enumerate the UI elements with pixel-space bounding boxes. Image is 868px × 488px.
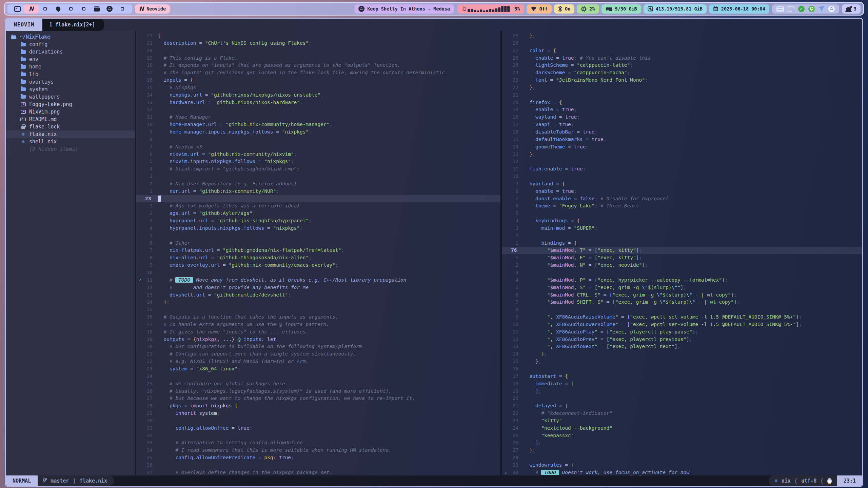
code-line[interactable]: 23 system = "x86_64-linux"; — [136, 365, 500, 373]
workspace-button-empty[interactable] — [64, 4, 77, 14]
tree-item-overlays[interactable]: overlays — [6, 78, 135, 86]
code-line[interactable]: 29 }; — [502, 32, 862, 40]
code-line[interactable]: 27 # but because we want to change the n… — [136, 395, 500, 402]
code-line[interactable]: 8 — [136, 136, 500, 143]
code-line[interactable]: 21 # Configs can support more than a sin… — [136, 350, 500, 358]
code-line[interactable]: 12 — [502, 158, 862, 165]
workspace-button-terminal[interactable] — [11, 4, 24, 14]
code-line[interactable]: 8 — [502, 306, 862, 313]
code-line[interactable]: 21 — [502, 92, 862, 99]
code-line[interactable]: 18 wayland = true; — [502, 114, 862, 121]
code-line[interactable]: 2 ags.url = "github:Aylur/ags"; — [136, 210, 500, 217]
code-line[interactable]: 9 ", XF86AudioRaiseVolume" = ["exec, wpc… — [502, 313, 862, 321]
code-line[interactable]: 6 "$mainMod CTRL, S" = ["exec, grim -g \… — [502, 291, 862, 299]
code-line[interactable]: 33 # Alternative to setting config.allow… — [136, 439, 500, 447]
code-line[interactable]: 21 description = "ChUrl's NixOS config u… — [136, 40, 500, 47]
vpn-tray-icon[interactable] — [818, 6, 825, 12]
tree-item--nixflake[interactable]: ~/NixFlake — [6, 33, 135, 41]
code-line[interactable]: 24 "nextcloud --background" — [502, 425, 862, 432]
code-line[interactable]: 22 # "kdeconnect-indicator" — [502, 410, 862, 417]
code-line[interactable]: 6 # Other — [136, 240, 500, 247]
code-line[interactable]: 10 — [502, 173, 862, 180]
workspace-button-spotify[interactable] — [103, 4, 116, 14]
code-line[interactable]: 17 # The inputs' git revisions get locke… — [136, 69, 500, 77]
code-line[interactable]: 36 — [136, 462, 500, 469]
code-line[interactable]: 19 enable = true; — [502, 106, 862, 114]
code-line[interactable]: 28 — [502, 40, 862, 47]
key-tray-icon[interactable] — [808, 6, 815, 12]
code-line[interactable]: 1 bindings = { — [502, 240, 862, 247]
code-line[interactable]: 7 # NeoVim <3 — [136, 143, 500, 151]
code-line[interactable]: 16 inputs = { — [136, 77, 500, 84]
code-line[interactable]: 28 — [502, 454, 862, 462]
workspace-button-files[interactable] — [90, 4, 103, 14]
code-line[interactable]: 12 ", XF86AudioPrev" = ["exec, playerctl… — [502, 336, 862, 343]
code-line[interactable]: 10 ", XF86AudioLowerVolume" = ["exec, wp… — [502, 321, 862, 328]
code-line[interactable]: 7 "$mainMod SHIFT, S" = ["exec, grim -g … — [502, 299, 862, 306]
spotify-tray-icon[interactable] — [828, 6, 835, 12]
tree-item--9-hidden-items-[interactable]: (9 hidden items) — [6, 145, 135, 153]
code-line[interactable]: 22{ — [136, 32, 500, 40]
code-line[interactable]: 35 config.allowUnfreePredicate = pkg: tr… — [136, 454, 500, 462]
code-line[interactable]: 11 fish.enable = true; — [502, 165, 862, 173]
code-line[interactable]: 14 }; — [136, 299, 500, 306]
code-line[interactable]: 34 # I read somewhere that this is more … — [136, 447, 500, 454]
code-line[interactable]: 28 pkgs = import nixpkgs { — [136, 402, 500, 410]
code-line[interactable]: 8 enable = true; — [502, 188, 862, 195]
code-line[interactable]: 2 # Nix User Repository (e.g. Firefox ad… — [136, 180, 500, 188]
code-line[interactable]: ✓30 # TODO Doesn't work, use focus_on_ac… — [502, 469, 862, 475]
cpu-module[interactable]: 2% — [577, 4, 599, 14]
code-line[interactable]: 4 keybindings = { — [502, 217, 862, 225]
code-line[interactable]: 19 # This config is a Flake. — [136, 55, 500, 62]
code-line[interactable]: 5 — [502, 210, 862, 217]
tree-item-home[interactable]: home — [6, 63, 135, 70]
network-module[interactable]: Off — [527, 4, 552, 14]
tree-item-env[interactable]: env — [6, 56, 135, 63]
tree-item-config[interactable]: config — [6, 41, 135, 48]
tree-item-lib[interactable]: lib — [6, 70, 135, 78]
tree-item-foggy-lake-png[interactable]: Foggy-Lake.png — [6, 101, 135, 108]
code-line[interactable]: 8 nix-alien.url = "github:thiagokokada/n… — [136, 254, 500, 262]
code-line[interactable]: 10 home-manager.url = "github:nix-commun… — [136, 121, 500, 128]
code-line[interactable]: 25 # We configure our global packages he… — [136, 380, 500, 388]
code-line[interactable]: 20 — [502, 395, 862, 402]
code-line[interactable]: 4 "$mainMod, P" = ["exec, hyprpicker --a… — [502, 277, 862, 284]
code-line[interactable]: 20 — [136, 47, 500, 55]
disk-module[interactable]: 413.19/915.81 GiB — [644, 4, 707, 14]
code-line[interactable]: 21 delayed = [ — [502, 402, 862, 410]
code-line[interactable]: 4 hyprpanel.inputs.nixpkgs.follows = "ni… — [136, 225, 500, 232]
tree-item-flake-nix[interactable]: flake.nix — [6, 130, 135, 138]
code-line[interactable]: ✓11 # TODO Move away from devshell, as i… — [136, 277, 500, 284]
notifications-module[interactable]: 3 — [842, 4, 861, 14]
code-line[interactable]: 3 hyprpanel.url = "github:jas-singhfsu/h… — [136, 217, 500, 225]
code-line[interactable]: 2 "$mainMod, N" = ["exec, neovide"]; — [502, 262, 862, 269]
screenshare-tray-icon[interactable] — [788, 6, 794, 12]
tree-item-readme-md[interactable]: README.md — [6, 116, 135, 123]
tree-item-nixvim-png[interactable]: NixVim.png — [6, 108, 135, 116]
code-line[interactable]: 5 "$mainMod, S" = ["exec, grim -g \"$(sl… — [502, 284, 862, 291]
code-line[interactable]: 3 main-mod = "SUPER"; — [502, 225, 862, 232]
code-line[interactable]: 29 inherit system; — [136, 410, 500, 417]
code-line[interactable]: 24 — [136, 373, 500, 380]
code-line[interactable]: 11 ", XF86AudioPlay" = ["exec, playerctl… — [502, 328, 862, 336]
code-line[interactable]: 1 nur.url = "github:nix-community/NUR"; — [136, 188, 500, 195]
code-line[interactable]: 15 — [136, 306, 500, 313]
workspace-button-empty[interactable] — [39, 4, 52, 14]
code-line[interactable]: 15 # Nixpkgs — [136, 84, 500, 92]
code-line[interactable]: 14 nixpkgs.url = "github:nixos/nixpkgs/n… — [136, 92, 500, 99]
code-line[interactable]: 16 — [502, 365, 862, 373]
media-player-module[interactable]: Keep Shelly In Athens - Medusa — [354, 4, 454, 14]
code-line[interactable]: 23 "kitty" — [502, 417, 862, 425]
code-line[interactable]: 26 enable = true; # You can't disable th… — [502, 55, 862, 62]
code-line[interactable]: 9 emacs-overlay.url = "github:nix-commun… — [136, 262, 500, 269]
code-line[interactable]: 3 — [136, 173, 500, 180]
sync-tray-icon[interactable] — [798, 6, 805, 12]
code-line[interactable]: 22 }; — [502, 84, 862, 92]
code-line[interactable]: 19 outputs = {nixpkgs, ...} @ inputs: le… — [136, 336, 500, 343]
code-line[interactable]: 1 "$mainMod, E" = ["exec, kitty"]; — [502, 254, 862, 262]
code-line[interactable]: 10 — [136, 269, 500, 277]
code-line[interactable]: 9 hyprland = { — [502, 180, 862, 188]
code-line[interactable]: 16 # Outputs is a function that takes th… — [136, 313, 500, 321]
tab-neovim[interactable]: NEOVIM — [6, 19, 42, 31]
bluetooth-module[interactable]: On — [554, 4, 574, 14]
